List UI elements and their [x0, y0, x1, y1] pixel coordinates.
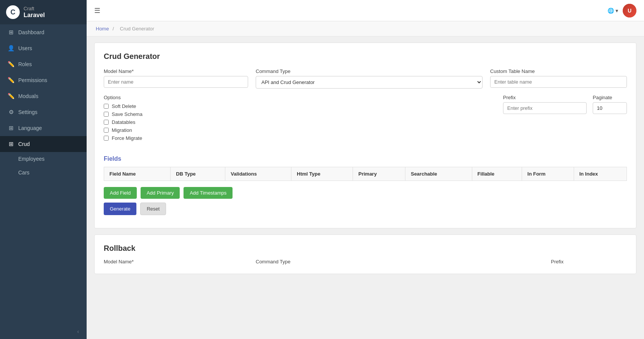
option-datatables[interactable]: Datatables	[104, 119, 142, 125]
topbar-right: 🌐 ▾ U	[608, 4, 636, 17]
sidebar-item-users[interactable]: 👤 Users	[0, 40, 87, 56]
sidebar-item-settings[interactable]: ⚙ Settings	[0, 104, 87, 120]
sidebar-label-settings: Settings	[18, 109, 38, 115]
model-name-group: Model Name*	[104, 68, 248, 89]
option-soft-delete-label: Soft Delete	[112, 103, 136, 109]
hamburger-icon[interactable]: ☰	[94, 6, 100, 15]
sidebar-label-cars: Cars	[18, 170, 30, 176]
sidebar-label-language: Language	[18, 125, 42, 131]
sidebar-item-crud[interactable]: ⊞ Crud	[0, 136, 87, 152]
option-migration[interactable]: Migration	[104, 127, 142, 133]
sidebar-collapse-button[interactable]: ‹	[0, 324, 87, 339]
sidebar-label-users: Users	[18, 45, 32, 51]
custom-table-label: Custom Table Name	[490, 68, 627, 74]
form-row-2: Options Soft Delete Save Schema Datatabl…	[104, 95, 627, 149]
options-label: Options	[104, 95, 142, 100]
permissions-icon: ✏️	[8, 77, 14, 84]
add-primary-button[interactable]: Add Primary	[141, 187, 180, 199]
col-db-type: DB Type	[171, 167, 225, 181]
topbar-left: ☰	[94, 6, 100, 15]
prefix-input[interactable]	[503, 102, 587, 114]
sidebar-label-crud: Crud	[18, 141, 30, 147]
add-timestamps-button[interactable]: Add Timestamps	[184, 187, 233, 199]
option-migration-label: Migration	[112, 127, 132, 133]
option-force-migrate[interactable]: Force Migrate	[104, 135, 142, 141]
avatar-image: U	[623, 4, 636, 17]
rollback-command-type-label: Command Type	[256, 259, 543, 265]
custom-table-group: Custom Table Name	[490, 68, 627, 89]
col-field-name: Field Name	[104, 167, 171, 181]
table-header-row: Field Name DB Type Validations Html Type…	[104, 167, 627, 181]
language-icon: ⊞	[8, 125, 14, 131]
logo-icon: C	[6, 5, 20, 19]
col-in-index: In Index	[574, 167, 627, 181]
user-avatar[interactable]: U	[623, 4, 636, 17]
option-save-schema[interactable]: Save Schema	[104, 111, 142, 117]
rollback-title: Rollback	[104, 244, 627, 253]
checkbox-migration[interactable]	[104, 128, 109, 133]
sidebar-logo[interactable]: C Craft Laravel	[0, 0, 87, 24]
prefix-paginate-group: Prefix Paginate	[503, 95, 627, 114]
fields-section-title: Fields	[104, 155, 627, 162]
model-name-input[interactable]	[104, 76, 248, 88]
sidebar-item-language[interactable]: ⊞ Language	[0, 120, 87, 136]
sidebar-label-dashboard: Dashboard	[18, 29, 44, 35]
sidebar-item-employees[interactable]: Employees	[0, 152, 87, 166]
globe-dropdown-icon: ▾	[616, 8, 618, 14]
checkbox-soft-delete[interactable]	[104, 104, 109, 109]
checkbox-save-schema[interactable]	[104, 112, 109, 117]
command-type-label: Command Type	[256, 68, 483, 74]
checkbox-datatables[interactable]	[104, 120, 109, 125]
rollback-model-name-label: Model Name*	[104, 259, 248, 265]
sidebar-item-cars[interactable]: Cars	[0, 166, 87, 179]
command-type-select[interactable]: API and Crud Generator API Generator Cru…	[256, 76, 483, 89]
custom-table-input[interactable]	[490, 76, 627, 88]
option-force-migrate-label: Force Migrate	[112, 135, 142, 141]
sidebar-label-moduals: Moduals	[18, 93, 38, 99]
rollback-prefix-label: Prefix	[551, 259, 627, 265]
command-type-group: Command Type API and Crud Generator API …	[256, 68, 483, 89]
generate-reset-row: Generate Reset	[104, 203, 627, 215]
language-selector[interactable]: 🌐 ▾	[608, 8, 618, 14]
sidebar-item-moduals[interactable]: ✏️ Moduals	[0, 88, 87, 104]
reset-button[interactable]: Reset	[140, 203, 166, 215]
col-searchable: Searchable	[405, 167, 472, 181]
paginate-group: Paginate	[593, 95, 627, 114]
sidebar: C Craft Laravel ⊞ Dashboard 👤 Users ✏️ R…	[0, 0, 87, 339]
model-name-label: Model Name*	[104, 68, 248, 74]
option-soft-delete[interactable]: Soft Delete	[104, 103, 142, 109]
col-html-type: Html Type	[291, 167, 353, 181]
sidebar-item-permissions[interactable]: ✏️ Permissions	[0, 72, 87, 88]
content-area: Home / Crud Generator Crud Generator Mod…	[87, 21, 644, 339]
form-row-1: Model Name* Command Type API and Crud Ge…	[104, 68, 627, 89]
rollback-command-type-group: Command Type	[256, 259, 543, 265]
sidebar-label-employees: Employees	[18, 156, 44, 162]
dashboard-icon: ⊞	[8, 29, 14, 36]
breadcrumb-current: Crud Generator	[120, 26, 154, 32]
col-validations: Validations	[225, 167, 291, 181]
rollback-card: Rollback Model Name* Command Type Prefix	[94, 234, 636, 274]
checkbox-force-migrate[interactable]	[104, 136, 109, 141]
col-fillable: Fillable	[472, 167, 522, 181]
crud-generator-card: Crud Generator Model Name* Command Type …	[94, 43, 636, 228]
breadcrumb: Home / Crud Generator	[87, 21, 644, 36]
sidebar-item-roles[interactable]: ✏️ Roles	[0, 56, 87, 72]
breadcrumb-home[interactable]: Home	[96, 26, 109, 32]
options-section: Options Soft Delete Save Schema Datatabl…	[104, 95, 142, 143]
option-save-schema-label: Save Schema	[112, 111, 142, 117]
topbar: ☰ 🌐 ▾ U	[87, 0, 644, 21]
option-datatables-label: Datatables	[112, 119, 135, 125]
settings-icon: ⚙	[8, 109, 14, 116]
add-field-button[interactable]: Add Field	[104, 187, 137, 199]
paginate-input[interactable]	[593, 102, 627, 114]
paginate-label: Paginate	[593, 95, 627, 100]
users-icon: 👤	[8, 45, 14, 52]
prefix-group: Prefix	[503, 95, 587, 114]
field-buttons-row: Add Field Add Primary Add Timestamps	[104, 187, 627, 199]
generate-button[interactable]: Generate	[104, 203, 136, 215]
rollback-form-row: Model Name* Command Type Prefix	[104, 259, 627, 265]
globe-icon: 🌐	[608, 8, 614, 14]
rollback-model-name-group: Model Name*	[104, 259, 248, 265]
main-wrapper: ☰ 🌐 ▾ U Home / Crud Generator Crud Gener…	[87, 0, 644, 339]
sidebar-item-dashboard[interactable]: ⊞ Dashboard	[0, 24, 87, 40]
